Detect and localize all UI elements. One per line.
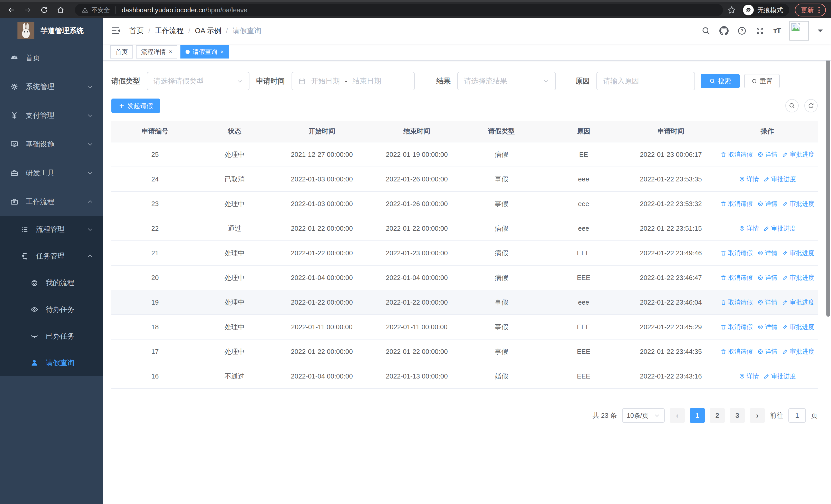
cancel-link[interactable]: 取消请假 — [720, 348, 753, 356]
prev-page-button[interactable]: ‹ — [670, 408, 685, 423]
sidebar-menu: 首页系统管理支付管理基础设施研发工具工作流程流程管理任务管理我的流程待办任务已办… — [0, 43, 103, 376]
sidebar-item-基础设施[interactable]: 基础设施 — [0, 130, 103, 158]
breadcrumb-item[interactable]: OA 示例 — [195, 26, 222, 36]
goto-page-input[interactable] — [789, 408, 806, 423]
detail-label: 详情 — [765, 348, 777, 356]
page-button-2[interactable]: 2 — [710, 408, 725, 423]
sidebar-item-流程管理[interactable]: 流程管理 — [0, 216, 103, 243]
tab-流程详情[interactable]: 流程详情× — [136, 45, 177, 59]
breadcrumb-separator: / — [148, 27, 150, 35]
reason-input[interactable] — [596, 72, 695, 90]
cancel-link[interactable]: 取消请假 — [720, 273, 753, 282]
table-refresh-button[interactable] — [804, 99, 818, 112]
progress-link[interactable]: 审批进度 — [782, 150, 814, 158]
header-search-icon[interactable] — [701, 26, 711, 35]
cell-reason: EE — [543, 142, 625, 167]
app: 芋道管理系统 首页系统管理支付管理基础设施研发工具工作流程流程管理任务管理我的流… — [0, 18, 831, 504]
create-leave-button[interactable]: 发起请假 — [111, 98, 160, 113]
breadcrumb-item[interactable]: 工作流程 — [155, 26, 184, 36]
table-row: 25处理中2021-12-27 00:00:002022-01-19 00:00… — [111, 142, 818, 167]
fullscreen-icon[interactable] — [755, 26, 765, 35]
sidebar-item-请假查询[interactable]: 请假查询 — [0, 350, 103, 376]
reset-button[interactable]: 重置 — [744, 74, 780, 88]
detail-label: 详情 — [765, 273, 777, 282]
github-icon[interactable] — [719, 26, 728, 35]
table-search-toggle-button[interactable] — [785, 99, 799, 112]
page-size-select[interactable]: 10条/页 — [622, 408, 665, 423]
detail-link[interactable]: 详情 — [757, 273, 777, 282]
browser-home-icon[interactable] — [54, 4, 67, 16]
help-icon[interactable]: ? — [737, 26, 747, 35]
result-select[interactable]: 请选择流结果 — [457, 72, 556, 90]
progress-link[interactable]: 审批进度 — [782, 273, 814, 282]
sidebar-item-工作流程[interactable]: 工作流程 — [0, 187, 103, 216]
column-header: 申请编号 — [111, 121, 199, 142]
cell-applied: 2022-01-22 23:53:32 — [625, 191, 717, 216]
progress-link[interactable]: 审批进度 — [764, 175, 796, 183]
apply-time-range-picker[interactable]: 开始日期 - 结束日期 — [291, 72, 415, 90]
page-button-3[interactable]: 3 — [730, 408, 745, 423]
avatar[interactable] — [790, 21, 809, 40]
bookmark-star-icon[interactable] — [727, 5, 736, 14]
progress-link[interactable]: 审批进度 — [782, 323, 814, 331]
tab-请假查询[interactable]: 请假查询× — [180, 45, 229, 59]
browser-reload-icon[interactable] — [38, 4, 50, 16]
cancel-link[interactable]: 取消请假 — [720, 298, 753, 306]
breadcrumb-item[interactable]: 首页 — [130, 26, 144, 36]
detail-link[interactable]: 详情 — [757, 298, 777, 306]
browser-update-button[interactable]: 更新 — [795, 4, 826, 17]
sidebar-item-研发工具[interactable]: 研发工具 — [0, 158, 103, 187]
cancel-link[interactable]: 取消请假 — [720, 150, 753, 158]
cancel-link[interactable]: 取消请假 — [720, 323, 753, 331]
avatar-caret-icon[interactable] — [818, 30, 823, 35]
progress-link[interactable]: 审批进度 — [764, 372, 796, 380]
column-header: 请假类型 — [460, 121, 543, 142]
progress-label: 审批进度 — [790, 323, 814, 331]
browser-menu-icon[interactable] — [819, 7, 820, 13]
detail-link[interactable]: 详情 — [757, 150, 777, 158]
detail-link[interactable]: 详情 — [739, 224, 759, 233]
progress-link[interactable]: 审批进度 — [782, 200, 814, 208]
app-logo-row[interactable]: 芋道管理系统 — [0, 18, 103, 43]
table-row: 21处理中2022-01-22 00:00:002022-01-23 00:00… — [111, 241, 818, 265]
leave-type-select[interactable]: 请选择请假类型 — [147, 72, 250, 90]
detail-link[interactable]: 详情 — [757, 348, 777, 356]
font-size-icon[interactable]: ᴛT — [773, 26, 781, 35]
security-label[interactable]: 不安全 — [91, 6, 110, 14]
cell-status: 处理中 — [199, 142, 270, 167]
page-button-1[interactable]: 1 — [690, 408, 705, 423]
detail-link[interactable]: 详情 — [757, 200, 777, 208]
progress-link[interactable]: 审批进度 — [782, 298, 814, 306]
next-page-button[interactable]: › — [750, 408, 765, 423]
pen-icon — [782, 274, 788, 281]
svg-text:?: ? — [741, 28, 743, 33]
sidebar-item-支付管理[interactable]: 支付管理 — [0, 101, 103, 130]
tab-首页[interactable]: 首页 — [110, 45, 133, 59]
detail-link[interactable]: 详情 — [757, 323, 777, 331]
progress-link[interactable]: 审批进度 — [782, 249, 814, 257]
detail-link[interactable]: 详情 — [757, 249, 777, 257]
cancel-link[interactable]: 取消请假 — [720, 200, 753, 208]
security-warning-icon[interactable] — [82, 7, 88, 13]
browser-forward-icon[interactable] — [22, 4, 34, 16]
page-scrollbar[interactable] — [826, 19, 830, 317]
sidebar-collapse-icon[interactable] — [110, 26, 121, 36]
browser-back-icon[interactable] — [5, 4, 18, 16]
sidebar-item-已办任务[interactable]: 已办任务 — [0, 323, 103, 350]
close-icon[interactable]: × — [221, 49, 224, 55]
close-icon[interactable]: × — [169, 49, 172, 55]
search-button[interactable]: 搜索 — [700, 74, 740, 88]
sidebar-item-首页[interactable]: 首页 — [0, 43, 103, 72]
detail-link[interactable]: 详情 — [739, 372, 759, 380]
sidebar-item-系统管理[interactable]: 系统管理 — [0, 72, 103, 101]
sidebar-item-label: 研发工具 — [26, 168, 54, 178]
sidebar-item-我的流程[interactable]: 我的流程 — [0, 269, 103, 296]
progress-link[interactable]: 审批进度 — [782, 348, 814, 356]
sidebar-item-任务管理[interactable]: 任务管理 — [0, 243, 103, 269]
cancel-link[interactable]: 取消请假 — [720, 249, 753, 257]
detail-link[interactable]: 详情 — [739, 175, 759, 183]
sidebar-item-待办任务[interactable]: 待办任务 — [0, 296, 103, 323]
progress-link[interactable]: 审批进度 — [764, 224, 796, 233]
search-icon — [789, 102, 795, 109]
address-bar[interactable]: 不安全 dashboard.yudao.iocoder.cn/bpm/oa/le… — [75, 4, 723, 16]
